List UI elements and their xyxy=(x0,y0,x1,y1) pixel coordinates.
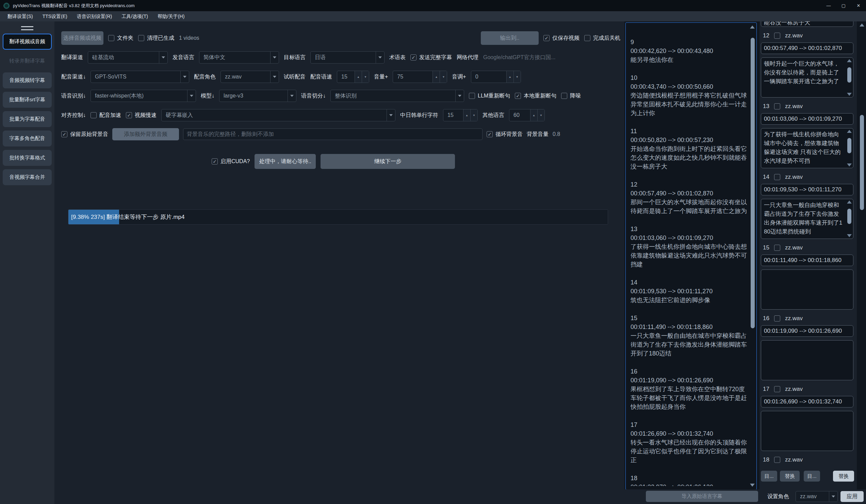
dubbing-text-input[interactable] xyxy=(761,340,853,380)
dubbing-checkbox[interactable] xyxy=(774,174,780,180)
dubbing-scrollbar[interactable] xyxy=(859,21,865,489)
align-control-label[interactable]: 对齐控制↓ xyxy=(61,112,86,119)
spin-down-icon[interactable]: ▼ xyxy=(537,110,544,121)
sidebar-item-batch-translate-srt[interactable]: 批量翻译srt字幕 xyxy=(3,92,52,108)
scroll-down-icon[interactable] xyxy=(847,93,852,96)
next-step-button[interactable]: 继续下一步 xyxy=(321,154,455,169)
dubbing-checkbox[interactable] xyxy=(774,316,780,321)
loop-bgm-checkbox[interactable]: 循环背景音 xyxy=(487,131,523,138)
subtitle-editor-panel[interactable]: 9 00:00:42,620 --> 00:00:43,480 能另寻他法你在 … xyxy=(625,22,757,490)
spin-up-icon[interactable]: ▲ xyxy=(433,71,440,83)
tts-channel-select[interactable]: GPT-SoVITS xyxy=(90,71,189,83)
dubbing-text-input[interactable] xyxy=(761,411,853,451)
dubbing-time-input[interactable]: 00:01:03,060 --> 00:01:09,270 xyxy=(761,113,853,125)
scroll-up-icon[interactable] xyxy=(847,130,852,133)
spin-down-icon[interactable]: ▼ xyxy=(470,110,477,121)
proxy-input[interactable]: Google/chatGPT官方接口国... xyxy=(483,54,620,61)
scroll-down-icon[interactable] xyxy=(847,234,852,237)
scroll-up-icon[interactable] xyxy=(847,59,852,62)
spin-up-icon[interactable]: ▲ xyxy=(530,110,537,121)
preview-dub-link[interactable]: 试听配音 xyxy=(284,73,306,81)
folder-checkbox[interactable]: 文件夹 xyxy=(108,35,133,42)
scroll-down-icon[interactable] xyxy=(847,163,852,167)
recognition-label[interactable]: 语音识别↓ xyxy=(61,92,86,100)
replace-button-highlighted[interactable]: 替换 xyxy=(833,471,854,482)
voice-role-select[interactable]: zz.wav xyxy=(221,71,279,83)
spin-down-icon[interactable]: ▼ xyxy=(513,71,521,83)
dubbing-checkbox[interactable] xyxy=(774,457,780,463)
dubbing-text-input[interactable] xyxy=(761,270,853,310)
select-media-button[interactable]: 选择音频或视频 xyxy=(61,31,103,45)
sidebar-item-merge-av-subtitle[interactable]: 音视频字幕合并 xyxy=(3,169,52,185)
target-language-select[interactable]: 日语 xyxy=(310,51,385,64)
spin-down-icon[interactable]: ▼ xyxy=(362,71,369,83)
menu-recognition-settings[interactable]: 语音识别设置(R) xyxy=(72,11,117,21)
dubbing-text-input[interactable]: 顿时升起一个巨大的水气球，你没有坐以待毙，而是骑上了一辆脚踏车展开逃亡之旅为了 xyxy=(761,57,853,98)
other-language-spinner[interactable]: 60 ▲ ▼ xyxy=(509,109,545,121)
maximize-icon[interactable]: ▢ xyxy=(836,0,851,11)
dub-speedup-checkbox[interactable]: 配音加速 xyxy=(90,112,121,119)
sidebar-item-translate-video[interactable]: 翻译视频或音频 xyxy=(3,34,52,50)
scrollbar-thumb[interactable] xyxy=(847,209,851,224)
clean-generated-checkbox[interactable]: 清理已生成 xyxy=(138,35,174,42)
spin-down-icon[interactable]: ▼ xyxy=(440,71,447,83)
split-select[interactable]: 整体识别 xyxy=(330,90,464,102)
replace-button[interactable]: 替换 xyxy=(780,471,800,482)
tts-channel-label[interactable]: 配音渠道↓ xyxy=(61,73,86,81)
model-select[interactable]: large-v3 xyxy=(219,90,296,102)
sidebar-item-batch-dub-subtitle[interactable]: 批量为字幕配音 xyxy=(3,111,52,127)
scrollbar-thumb[interactable] xyxy=(847,67,851,83)
sidebar-item-convert-subtitle-format[interactable]: 批转换字幕格式 xyxy=(3,150,52,166)
scrollbar-thumb[interactable] xyxy=(751,38,755,328)
dubbing-checkbox[interactable] xyxy=(774,103,780,110)
volume-spinner[interactable]: 75 ▲ ▼ xyxy=(393,71,447,83)
subtitle-scrollbar[interactable] xyxy=(750,31,755,481)
subtitle-embed-select[interactable]: 硬字幕嵌入 xyxy=(161,109,396,121)
keep-bgm-checkbox[interactable]: 保留原始背景音 xyxy=(61,131,108,138)
split-label[interactable]: 语音切分↓ xyxy=(301,92,326,100)
save-video-only-checkbox[interactable]: 仅保存视频 xyxy=(543,35,579,42)
llm-resegment-checkbox[interactable]: LLM重新断句 xyxy=(469,92,510,100)
dubbing-checkbox[interactable] xyxy=(774,33,780,39)
textarea-scrollbar[interactable] xyxy=(847,59,852,96)
sidebar-item-multirole-dub[interactable]: 字幕多角色配音 xyxy=(3,130,52,147)
set-role-select[interactable]: zz.wav xyxy=(796,491,838,502)
spin-up-icon[interactable]: ▲ xyxy=(355,71,362,83)
dubbing-checkbox[interactable] xyxy=(774,245,780,251)
menu-tts-settings[interactable]: TTS设置(E) xyxy=(38,11,72,21)
apply-button[interactable]: 应用 xyxy=(841,491,864,502)
dubbing-text-clipped[interactable]: 能吞没一栋房子大 xyxy=(761,21,853,27)
shutdown-after-checkbox[interactable]: 完成后关机 xyxy=(584,35,620,42)
menu-tools-options[interactable]: 工具/选项(T) xyxy=(117,11,153,21)
dubbing-checkbox[interactable] xyxy=(774,386,780,392)
target-folder-button[interactable]: 目... xyxy=(761,471,777,482)
textarea-scrollbar[interactable] xyxy=(847,201,852,237)
pitch-spinner[interactable]: 0 ▲ ▼ xyxy=(471,71,521,83)
scroll-down-icon[interactable] xyxy=(750,484,755,487)
dubbing-text-input[interactable]: 一只大章鱼一般自由地穿梭和霸占街道为了生存下去你激发出身体潜能双脚将车速开到了1… xyxy=(761,199,853,239)
textarea-scrollbar[interactable] xyxy=(847,130,852,167)
cjk-chars-spinner[interactable]: 15 ▲ ▼ xyxy=(443,109,478,121)
output-to-button[interactable]: 输出到.. xyxy=(481,31,539,45)
dubbing-time-input[interactable]: 00:01:26,690 --> 00:01:32,740 xyxy=(761,396,853,408)
denoise-checkbox[interactable]: 降噪 xyxy=(561,92,581,100)
add-bgm-button[interactable]: 添加额外背景音频 xyxy=(112,128,179,140)
enable-cuda-checkbox[interactable]: 启用CUDA? xyxy=(212,158,250,165)
local-resegment-checkbox[interactable]: 本地重新断句 xyxy=(515,92,556,100)
model-label[interactable]: 模型↓ xyxy=(201,92,214,100)
glossary-link[interactable]: 术语表 xyxy=(389,54,406,61)
dubbing-time-input[interactable]: 00:00:57,490 --> 00:01:02,870 xyxy=(761,43,853,54)
scroll-up-icon[interactable] xyxy=(750,25,755,28)
dub-rate-spinner[interactable]: 15 ▲ ▼ xyxy=(337,71,369,83)
bgm-path-input[interactable]: 背景音乐的完整路径，删除则不添加 xyxy=(183,128,482,140)
dubbing-time-input[interactable]: 00:01:11,490 --> 00:01:18,860 xyxy=(761,254,853,266)
scrollbar-thumb[interactable] xyxy=(860,115,864,210)
translate-channel-select[interactable]: 硅基流动 xyxy=(88,51,168,64)
close-icon[interactable]: ✕ xyxy=(851,0,866,11)
sidebar-item-av-to-subtitle[interactable]: 音频视频转字幕 xyxy=(3,72,52,88)
spin-up-icon[interactable]: ▲ xyxy=(463,110,470,121)
dubbing-time-input[interactable]: 00:01:09,530 --> 00:01:11,270 xyxy=(761,184,853,195)
hamburger-icon[interactable] xyxy=(21,26,33,30)
menu-help-about[interactable]: 帮助/关于(H) xyxy=(153,11,189,21)
spin-up-icon[interactable]: ▲ xyxy=(506,71,513,83)
